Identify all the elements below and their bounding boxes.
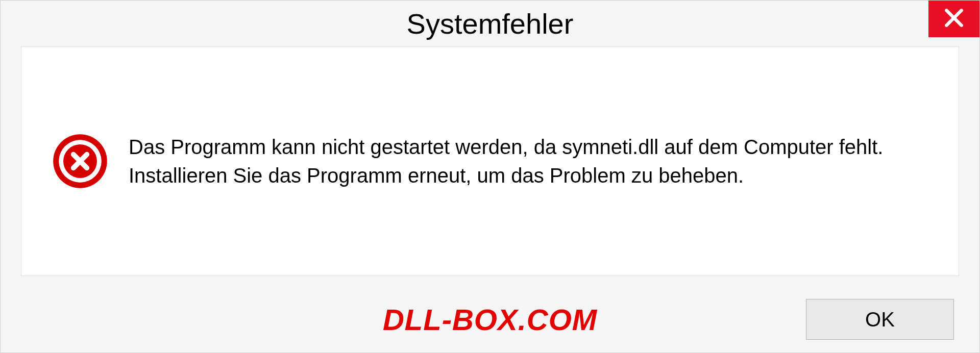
close-icon xyxy=(943,7,965,31)
dialog-footer: DLL-BOX.COM OK xyxy=(1,286,979,352)
dialog-title: Systemfehler xyxy=(407,7,574,40)
error-icon xyxy=(52,133,108,189)
ok-button[interactable]: OK xyxy=(806,299,954,340)
error-dialog: Systemfehler Das Programm kann nicht ges… xyxy=(0,0,980,353)
error-message: Das Programm kann nicht gestartet werden… xyxy=(129,133,928,190)
content-area: Das Programm kann nicht gestartet werden… xyxy=(21,46,959,276)
title-bar: Systemfehler xyxy=(1,1,979,46)
watermark-text: DLL-BOX.COM xyxy=(383,302,597,337)
close-button[interactable] xyxy=(928,1,979,37)
